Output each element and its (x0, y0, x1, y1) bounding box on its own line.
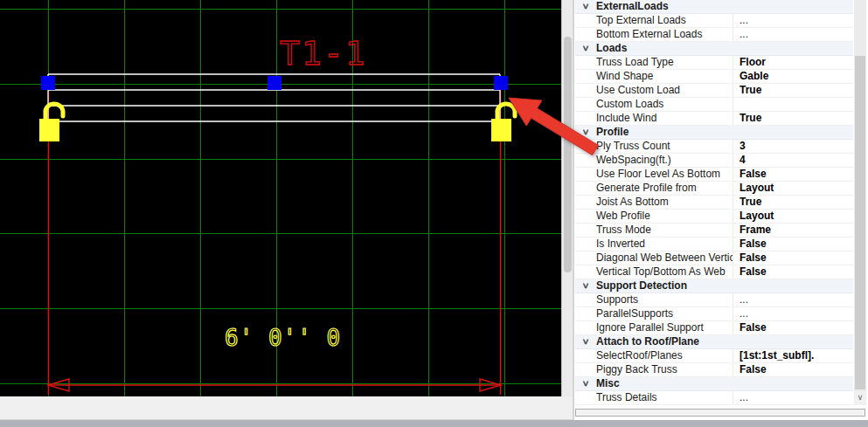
property-value[interactable]: False (733, 321, 853, 334)
cad-canvas[interactable]: T1-1 6' 0'' 0 (0, 0, 561, 396)
row-gutter (571, 224, 601, 237)
category-row[interactable]: ∨Support Detection (575, 279, 853, 293)
property-value[interactable]: ... (733, 28, 853, 41)
property-value[interactable]: Layout (733, 182, 853, 195)
property-value[interactable]: Frame (733, 224, 853, 237)
selection-handle-middle[interactable] (267, 76, 281, 90)
property-value[interactable]: False (733, 251, 853, 265)
canvas-bottom-margin (0, 396, 574, 420)
property-row[interactable]: Use Custom LoadTrue (575, 84, 853, 98)
selection-handle-left[interactable] (41, 76, 55, 90)
property-name: Include Wind (596, 112, 733, 125)
property-value[interactable]: ... (733, 293, 853, 306)
property-name: Bottom External Loads (596, 28, 733, 41)
row-gutter (571, 307, 601, 320)
property-value[interactable]: [1st:1st_subfl]. (733, 349, 853, 362)
property-row[interactable]: Top External Loads... (575, 14, 853, 28)
selection-handle-right[interactable] (494, 76, 508, 90)
property-row[interactable]: Generate Profile fromLayout (575, 182, 853, 196)
property-row[interactable]: ParallelSupports... (575, 307, 853, 321)
lock-icon-right[interactable] (491, 104, 515, 141)
panel-scrollbar[interactable]: ∨ (854, 0, 866, 405)
property-value[interactable]: False (733, 363, 853, 376)
category-name: Profile (596, 126, 853, 139)
property-value[interactable]: True (733, 112, 853, 125)
property-row[interactable]: Truss Details... (575, 391, 853, 405)
property-value[interactable]: True (733, 84, 853, 97)
property-value[interactable]: 4 (733, 154, 853, 167)
property-row[interactable]: Use Floor Level As BottomFalse (575, 168, 853, 182)
chevron-down-icon[interactable]: ∨ (571, 377, 601, 390)
truss-label: T1-1 (280, 34, 367, 72)
property-row[interactable]: Vertical Top/Bottom As WebFalse (575, 265, 853, 279)
property-name: Web Profile (596, 210, 733, 223)
property-value[interactable] (733, 98, 853, 111)
property-row[interactable]: Ignore Parallel SupportFalse (575, 321, 853, 335)
category-row[interactable]: ∨Attach to Roof/Plane (575, 335, 853, 349)
row-gutter (571, 28, 601, 41)
property-name: Joist As Bottom (596, 196, 733, 209)
property-value[interactable]: ... (733, 307, 853, 320)
scroll-down-button[interactable]: ∨ (854, 391, 866, 405)
property-name: Use Custom Load (596, 84, 733, 97)
property-value[interactable]: ... (733, 14, 853, 27)
property-name: Truss Mode (596, 224, 733, 237)
property-value[interactable]: False (733, 265, 853, 279)
property-value[interactable]: ... (733, 391, 853, 404)
property-value[interactable]: Gable (733, 70, 853, 83)
row-gutter (571, 349, 601, 362)
property-value[interactable]: False (733, 168, 853, 181)
property-row[interactable]: WebSpacing(ft.)4 (575, 154, 853, 168)
property-row[interactable]: Custom Loads (575, 98, 853, 112)
property-row[interactable]: Wind ShapeGable (575, 70, 853, 84)
property-value[interactable]: False (733, 238, 853, 251)
panel-horizontal-scrollbar[interactable] (575, 409, 865, 417)
row-gutter (571, 363, 601, 376)
property-row[interactable]: Ply Truss Count3 (575, 140, 853, 154)
row-gutter (571, 321, 601, 334)
panel-scrollbar-thumb[interactable] (855, 56, 865, 389)
lock-icon-left[interactable] (39, 104, 63, 141)
chevron-down-icon[interactable]: ∨ (571, 279, 601, 293)
chevron-down-icon[interactable]: ∨ (571, 126, 601, 139)
property-name: Ignore Parallel Support (596, 321, 733, 334)
property-row[interactable]: Truss Load TypeFloor (575, 56, 853, 70)
property-row[interactable]: Is InvertedFalse (575, 238, 853, 251)
property-name: Is Inverted (596, 238, 733, 251)
property-row[interactable]: SelectRoof/Planes[1st:1st_subfl]. (575, 349, 853, 363)
property-name: Supports (596, 293, 733, 306)
property-value[interactable]: Floor (733, 56, 853, 69)
property-value[interactable]: True (733, 196, 853, 209)
row-gutter (571, 70, 601, 83)
property-row[interactable]: Bottom External Loads... (575, 28, 853, 42)
property-name: Custom Loads (596, 98, 733, 111)
property-value[interactable]: Layout (733, 210, 853, 223)
row-gutter (571, 251, 601, 265)
row-gutter (571, 265, 601, 279)
category-row[interactable]: ∨Misc (575, 377, 853, 391)
category-row[interactable]: ∨Profile (575, 126, 853, 140)
selection-handles (41, 76, 508, 90)
property-row[interactable]: Web ProfileLayout (575, 210, 853, 224)
row-gutter (571, 84, 601, 97)
row-gutter (571, 391, 601, 404)
chevron-down-icon[interactable]: ∨ (571, 335, 601, 348)
category-row[interactable]: ∨ExternalLoads (575, 0, 853, 14)
chevron-down-icon[interactable]: ∨ (571, 0, 601, 13)
property-row[interactable]: Supports... (575, 293, 853, 307)
chevron-down-icon[interactable]: ∨ (571, 42, 601, 55)
property-value[interactable]: 3 (733, 140, 853, 153)
row-gutter (571, 168, 601, 181)
row-gutter (571, 182, 601, 195)
chevron-down-icon: ∨ (858, 393, 864, 402)
property-name: Generate Profile from (596, 182, 733, 195)
category-row[interactable]: ∨Loads (575, 42, 853, 56)
property-row[interactable]: Include WindTrue (575, 112, 853, 126)
property-row[interactable]: Piggy Back TrussFalse (575, 363, 853, 377)
property-name: Top External Loads (596, 14, 733, 27)
property-grid-panel: ∨ExternalLoadsTop External Loads...Botto… (573, 0, 868, 420)
app-window: T1-1 6' 0'' 0 (0, 0, 868, 427)
property-row[interactable]: Diagonal Web Between VerticalFalse (575, 251, 853, 265)
property-row[interactable]: Truss ModeFrame (575, 224, 853, 238)
property-row[interactable]: Joist As BottomTrue (575, 196, 853, 210)
